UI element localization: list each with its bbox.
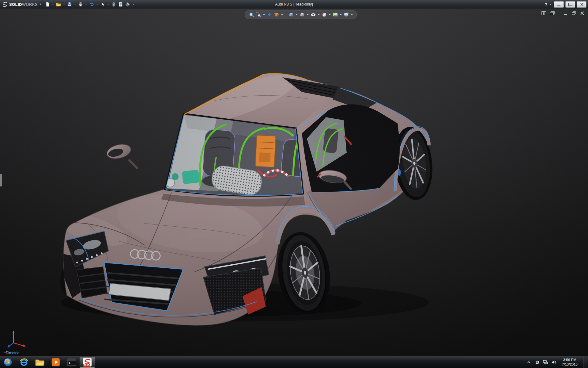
clock-time: 3:56 PM <box>562 358 578 362</box>
view-settings-icon[interactable] <box>343 11 350 18</box>
close-document-icon[interactable] <box>579 11 585 15</box>
reference-triad <box>7 328 28 348</box>
solidworks-year-badge: 2015 <box>83 364 90 367</box>
view-orientation-icon[interactable] <box>288 11 295 18</box>
view-orientation-label: *Dimetric <box>4 351 19 355</box>
maximize-icon <box>568 3 572 6</box>
system-tray: 3:56 PM 7/13/2015 <box>526 356 588 368</box>
help-dropdown-arrow[interactable] <box>550 4 552 5</box>
zoom-to-fit-icon[interactable] <box>248 11 255 18</box>
hidden-icons-button[interactable] <box>526 359 532 365</box>
edit-appearance-icon[interactable] <box>321 11 328 18</box>
taskbar-item-solidworks-2015[interactable]: 2015 <box>80 357 95 368</box>
taskbar-clock[interactable]: 3:56 PM 7/13/2015 <box>559 358 580 367</box>
start-orb-icon <box>4 358 12 366</box>
undo-icon[interactable] <box>88 1 95 8</box>
window-title: Audi R8 S [Read-only] <box>123 2 466 6</box>
command-prompt-icon <box>67 358 76 366</box>
start-button[interactable] <box>0 356 16 368</box>
solidworks-logo-icon <box>2 2 8 7</box>
hide-show-dropdown-arrow[interactable] <box>318 14 320 15</box>
solidworks-logo-text: SOLIDWORKS <box>9 2 38 7</box>
save-icon[interactable] <box>66 1 73 8</box>
display-style-icon[interactable] <box>299 11 306 18</box>
close-button[interactable] <box>577 1 586 8</box>
left-air-intake[interactable] <box>77 267 107 298</box>
taskbar-item-media-player[interactable] <box>48 356 64 368</box>
left-mirror[interactable] <box>105 142 138 169</box>
internet-explorer-icon <box>19 358 28 367</box>
tile-window-icon[interactable] <box>541 11 547 15</box>
car-model[interactable] <box>0 9 588 356</box>
restore-document-icon[interactable] <box>571 11 577 15</box>
volume-icon[interactable] <box>551 359 556 365</box>
print-icon[interactable] <box>77 1 84 8</box>
clock-date: 7/13/2015 <box>562 362 578 367</box>
heads-up-view-toolbar <box>245 10 357 19</box>
maximize-button[interactable] <box>565 1 575 8</box>
apply-scene-icon[interactable] <box>332 11 339 18</box>
display-style-dropdown-arrow[interactable] <box>307 14 309 15</box>
save-dropdown-arrow[interactable] <box>74 4 76 5</box>
network-icon[interactable] <box>543 359 548 365</box>
previous-view-icon[interactable] <box>266 11 273 18</box>
help-button[interactable]: ? <box>545 2 547 7</box>
print-dropdown-arrow[interactable] <box>85 4 87 5</box>
open-dropdown-arrow[interactable] <box>63 4 65 5</box>
section-view-icon[interactable] <box>273 11 280 18</box>
edit-appearance-dropdown-arrow[interactable] <box>329 14 331 15</box>
document-window-controls <box>541 11 585 15</box>
menu-expand-arrow[interactable] <box>40 3 41 6</box>
folder-icon <box>35 358 45 366</box>
titlebar-toolbar <box>44 1 135 8</box>
feature-manager-collapsed-tab[interactable] <box>0 174 2 186</box>
view-settings-dropdown-arrow[interactable] <box>351 14 353 15</box>
apply-scene-dropdown-arrow[interactable] <box>340 14 342 15</box>
hide-show-items-icon[interactable] <box>310 11 317 18</box>
select-icon[interactable] <box>99 1 106 8</box>
zoom-dropdown-arrow[interactable] <box>263 14 265 15</box>
taskbar-item-command-prompt[interactable] <box>64 356 80 368</box>
taskbar-item-file-explorer[interactable] <box>32 356 48 368</box>
hud-separator <box>286 12 286 17</box>
new-document-icon[interactable] <box>44 1 51 8</box>
rebuild-icon[interactable] <box>110 1 117 8</box>
new-dropdown-arrow[interactable] <box>52 4 54 5</box>
undo-dropdown-arrow[interactable] <box>96 4 98 5</box>
tray-application-icon[interactable] <box>534 359 540 365</box>
minimize-icon <box>557 6 560 6</box>
zoom-to-area-icon[interactable] <box>255 11 262 18</box>
view-orientation-dropdown-arrow[interactable] <box>296 14 298 15</box>
taskbar-item-internet-explorer[interactable] <box>16 356 32 368</box>
close-icon <box>580 3 583 6</box>
media-player-icon <box>51 358 60 366</box>
minimize-button[interactable] <box>554 1 564 8</box>
section-view-dropdown-arrow[interactable] <box>281 14 283 15</box>
open-icon[interactable] <box>55 1 62 8</box>
cascade-window-icon[interactable] <box>549 11 555 15</box>
taskbar: 2015 3:56 PM 7/13/2015 <box>0 356 588 368</box>
minimize-document-icon[interactable] <box>563 11 568 15</box>
show-desktop-button[interactable] <box>583 356 587 368</box>
select-dropdown-arrow[interactable] <box>107 4 109 5</box>
titlebar: SOLIDWORKS <box>0 0 588 9</box>
solidworks-logo: SOLIDWORKS <box>2 2 38 7</box>
3d-viewport[interactable]: *Dimetric <box>0 9 588 356</box>
desktop: { "colors": { "edge-blue": "#4aa8ff", "e… <box>0 0 588 368</box>
